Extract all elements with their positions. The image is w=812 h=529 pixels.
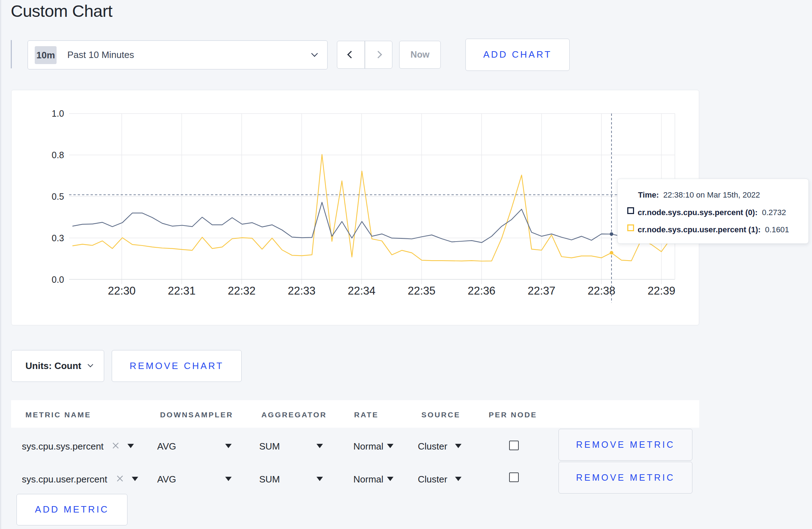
svg-text:0.8: 0.8	[52, 150, 64, 160]
svg-text:22:31: 22:31	[168, 285, 196, 297]
svg-text:22:34: 22:34	[348, 285, 376, 297]
svg-text:22:37: 22:37	[528, 285, 556, 297]
svg-text:22:35: 22:35	[408, 285, 436, 297]
svg-text:22:38: 22:38	[588, 285, 615, 297]
svg-text:0.0: 0.0	[52, 275, 64, 285]
svg-text:0.3: 0.3	[52, 233, 64, 243]
svg-text:0.5: 0.5	[52, 191, 64, 202]
svg-text:22:33: 22:33	[288, 285, 316, 297]
svg-text:22:39: 22:39	[648, 285, 676, 297]
svg-text:22:32: 22:32	[228, 285, 256, 297]
svg-text:22:36: 22:36	[468, 285, 496, 297]
svg-text:1.0: 1.0	[52, 108, 64, 118]
svg-text:22:30: 22:30	[108, 285, 136, 297]
